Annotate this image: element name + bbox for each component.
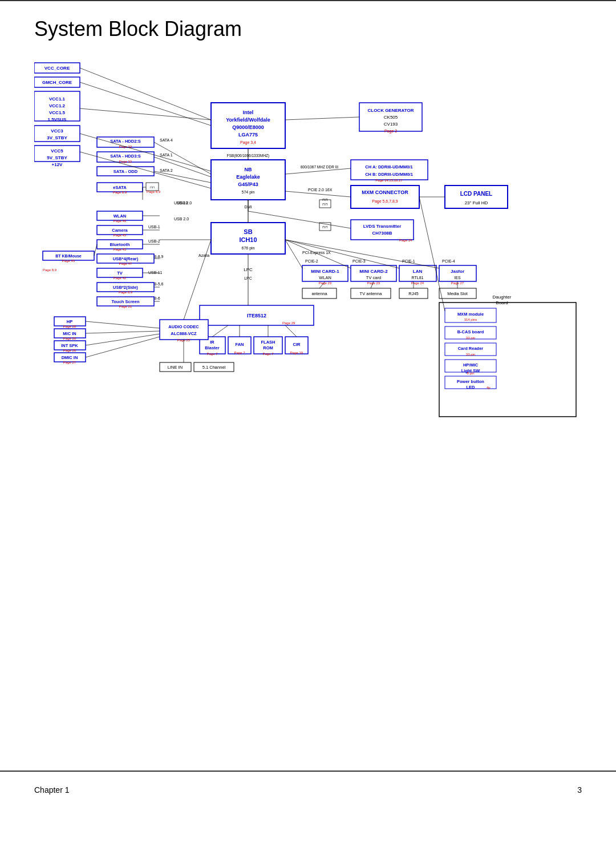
- svg-text:Intel: Intel: [243, 110, 254, 115]
- svg-text:Page 14,15,16,17: Page 14,15,16,17: [375, 179, 403, 182]
- svg-text:ROM: ROM: [263, 345, 273, 350]
- svg-text:LGA775: LGA775: [238, 132, 258, 138]
- svg-line-220: [285, 240, 302, 268]
- svg-text:LVDS Transmitter: LVDS Transmitter: [363, 224, 402, 229]
- svg-text:ALC888-VCZ: ALC888-VCZ: [171, 331, 197, 336]
- svg-text:PCIE-4: PCIE-4: [442, 259, 455, 263]
- svg-text:AUDIO CODEC: AUDIO CODEC: [168, 324, 199, 329]
- svg-text:PCIE-3: PCIE-3: [352, 259, 366, 263]
- svg-text:eSATA: eSATA: [113, 185, 127, 190]
- svg-text:IR: IR: [210, 340, 214, 345]
- svg-text:Page 8,9: Page 8,9: [43, 268, 57, 272]
- svg-text:USB*4(Rear): USB*4(Rear): [113, 256, 139, 261]
- svg-text:Page 45: Page 45: [62, 259, 75, 263]
- svg-line-230: [86, 321, 160, 328]
- svg-text:Page 23: Page 23: [319, 281, 332, 285]
- svg-text:MINI CARD-1: MINI CARD-1: [311, 269, 339, 274]
- svg-text:Page 47: Page 47: [119, 262, 132, 265]
- svg-text:HP/MIC: HP/MIC: [463, 362, 479, 368]
- svg-text:Q9000/E8000: Q9000/E8000: [232, 124, 264, 130]
- svg-text:3V_STBY: 3V_STBY: [47, 135, 67, 140]
- svg-text:Page 7: Page 7: [262, 352, 274, 356]
- svg-text:23" Full HD: 23" Full HD: [465, 200, 488, 205]
- svg-line-198: [80, 108, 211, 120]
- svg-text:SB: SB: [244, 228, 252, 235]
- svg-text:IES: IES: [454, 276, 461, 280]
- svg-rect-156: [160, 320, 208, 340]
- svg-text:WLAN: WLAN: [114, 213, 127, 219]
- svg-text:PCIE 2.0 16X: PCIE 2.0 16X: [308, 188, 333, 192]
- svg-text:ITE8512: ITE8512: [247, 313, 266, 318]
- svg-text:Azalia: Azalia: [198, 253, 209, 257]
- svg-text:⊓⊓: ⊓⊓: [150, 185, 155, 189]
- svg-text:WLAN: WLAN: [319, 275, 331, 280]
- svg-text:CH7308B: CH7308B: [372, 231, 392, 236]
- svg-text:USB-2: USB-2: [148, 239, 160, 243]
- svg-text:RJ45: RJ45: [408, 291, 419, 296]
- svg-text:⊓⊓: ⊓⊓: [322, 198, 328, 201]
- svg-text:Page 8,9: Page 8,9: [113, 191, 127, 194]
- svg-text:CIR: CIR: [293, 342, 301, 347]
- svg-text:Jasfor: Jasfor: [451, 269, 464, 274]
- svg-text:LCD PANEL: LCD PANEL: [460, 191, 492, 197]
- svg-text:Page 21: Page 21: [119, 305, 132, 308]
- svg-text:5V_STBY: 5V_STBY: [47, 155, 67, 160]
- svg-text:LAN: LAN: [413, 269, 423, 274]
- svg-line-201: [285, 117, 359, 120]
- svg-text:Page 24: Page 24: [411, 281, 424, 285]
- svg-line-225: [212, 325, 228, 337]
- svg-text:Yorkfield/Wolfdale: Yorkfield/Wolfdale: [226, 117, 270, 123]
- svg-text:574 pin: 574 pin: [242, 190, 255, 195]
- svg-text:Daughter: Daughter: [493, 295, 512, 300]
- svg-text:Page 14: Page 14: [399, 239, 412, 242]
- svg-text:TV card: TV card: [366, 275, 381, 280]
- svg-text:LINE IN: LINE IN: [168, 365, 183, 370]
- svg-text:MINI CARD-2: MINI CARD-2: [359, 269, 388, 274]
- svg-text:Page 23: Page 23: [367, 281, 380, 285]
- svg-text:5.1 Channel: 5.1 Channel: [202, 365, 226, 370]
- svg-text:Touch Screen: Touch Screen: [111, 299, 139, 304]
- svg-text:DMIC IN: DMIC IN: [62, 355, 78, 360]
- svg-text:LED: LED: [467, 385, 476, 390]
- svg-line-232: [86, 334, 160, 345]
- svg-text:FLASH: FLASH: [261, 340, 275, 345]
- svg-text:SATA - HDD3:S: SATA - HDD3:S: [110, 154, 141, 159]
- svg-text:B-CAS board: B-CAS board: [457, 329, 484, 334]
- svg-text:VCC1.2: VCC1.2: [49, 103, 66, 108]
- svg-rect-87: [351, 185, 419, 208]
- svg-line-203: [285, 168, 351, 174]
- svg-text:⊓⊓: ⊓⊓: [322, 203, 328, 206]
- svg-text:SATA 2: SATA 2: [160, 168, 173, 172]
- svg-line-228: [285, 325, 297, 337]
- svg-text:ICH10: ICH10: [239, 236, 257, 243]
- svg-line-197: [80, 82, 211, 126]
- svg-text:INT SPK: INT SPK: [61, 343, 78, 348]
- svg-text:Page 26: Page 26: [63, 325, 76, 328]
- page-container: System Block Diagram VCC_CORE GMCH_CORE …: [0, 0, 616, 863]
- svg-text:8 pin: 8 pin: [467, 372, 474, 375]
- svg-text:Page 7: Page 7: [234, 351, 245, 354]
- svg-line-210: [154, 171, 211, 183]
- svg-text:USB-1: USB-1: [148, 225, 160, 229]
- chapter-label: Chapter 1: [34, 785, 69, 795]
- svg-text:HP: HP: [67, 319, 72, 324]
- svg-text:Page 27: Page 27: [63, 361, 76, 364]
- svg-text:VCC1.5: VCC1.5: [49, 110, 66, 115]
- svg-text:800/1067 MHZ DDR III: 800/1067 MHZ DDR III: [301, 165, 338, 169]
- svg-line-231: [86, 331, 160, 333]
- svg-text:Media Slot: Media Slot: [447, 291, 468, 296]
- svg-text:1.5VSUS: 1.5VSUS: [48, 117, 67, 122]
- svg-text:Page 8,9: Page 8,9: [119, 291, 133, 294]
- svg-line-233: [86, 337, 160, 357]
- svg-text:Page 45: Page 45: [114, 233, 127, 237]
- svg-text:VCC3: VCC3: [51, 128, 63, 134]
- svg-text:+12V: +12V: [52, 162, 63, 167]
- svg-text:USB*2(Side): USB*2(Side): [113, 285, 138, 290]
- svg-text:USB 2.0: USB 2.0: [174, 217, 189, 221]
- svg-text:314 pins: 314 pins: [464, 318, 477, 321]
- svg-text:VCC5: VCC5: [51, 148, 63, 154]
- top-border: [0, 0, 616, 1]
- svg-text:Page 5,6,7,8,9: Page 5,6,7,8,9: [372, 199, 398, 204]
- svg-text:CV193: CV193: [384, 122, 398, 127]
- svg-text:33 pin: 33 pin: [466, 353, 475, 356]
